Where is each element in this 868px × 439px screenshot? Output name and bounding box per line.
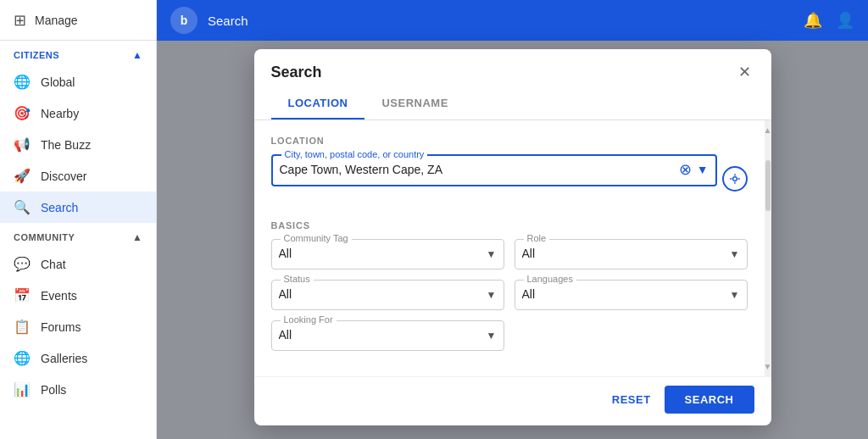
location-dropdown-icon[interactable]: ▼ [697, 163, 709, 176]
sidebar-item-global-label: Global [41, 75, 75, 89]
community-tag-label: Community Tag [281, 233, 352, 243]
sidebar-item-chat-label: Chat [41, 258, 66, 271]
looking-for-select[interactable]: All [279, 325, 497, 345]
content-bg: Search ✕ LOCATION USERNAME LOCATION City… [157, 41, 868, 439]
status-field: Status All ▼ [271, 280, 504, 310]
manage-label: Manage [35, 14, 78, 27]
galleries-icon: 🌐 [14, 350, 31, 366]
status-label: Status [281, 274, 314, 284]
community-tag-select[interactable]: All [279, 243, 497, 264]
looking-for-label: Looking For [281, 314, 337, 325]
citizens-section-header: CITIZENS ▲ [0, 41, 156, 66]
sidebar-item-search-label: Search [41, 201, 78, 214]
location-input[interactable] [280, 159, 679, 180]
basics-section: BASICS Community Tag All ▼ [271, 220, 748, 351]
languages-label: Languages [524, 274, 576, 284]
community-tag-field: Community Tag All ▼ [271, 239, 504, 270]
location-clear-icon[interactable]: ⊗ [679, 160, 692, 179]
tab-location[interactable]: LOCATION [271, 88, 365, 119]
sidebar-item-polls[interactable]: 📊 Polls [0, 374, 156, 405]
svg-point-0 [732, 177, 737, 181]
user-icon[interactable]: 👤 [836, 11, 854, 30]
modal-tabs: LOCATION USERNAME [254, 88, 771, 120]
sidebar-item-discover[interactable]: 🚀 Discover [0, 160, 156, 192]
sidebar-item-buzz[interactable]: 📢 The Buzz [0, 129, 156, 160]
community-title: COMMUNITY [14, 232, 75, 242]
sidebar-item-events[interactable]: 📅 Events [0, 280, 156, 311]
location-field-label: City, town, postal code, or country [281, 149, 428, 159]
role-select[interactable]: All [522, 243, 740, 264]
community-section-header: COMMUNITY ▲ [0, 223, 156, 248]
tab-username[interactable]: USERNAME [364, 88, 465, 119]
dropdowns-row1: Community Tag All ▼ Role All [271, 239, 748, 270]
looking-for-field: Looking For All ▼ [271, 320, 504, 351]
topbar-search-label: Search [208, 14, 248, 28]
sidebar-item-galleries-label: Galleries [41, 352, 87, 365]
search-modal: Search ✕ LOCATION USERNAME LOCATION City… [254, 49, 771, 425]
location-target-button[interactable] [722, 166, 748, 192]
global-icon: 🌐 [14, 74, 31, 90]
dropdowns-row2: Status All ▼ Languages All [271, 280, 748, 310]
sidebar-item-nearby[interactable]: 🎯 Nearby [0, 97, 156, 129]
sidebar-item-global[interactable]: 🌐 Global [0, 66, 156, 97]
reset-button[interactable]: RESET [612, 393, 651, 406]
events-icon: 📅 [14, 287, 31, 303]
sidebar-manage[interactable]: ⊞ Manage [0, 0, 156, 41]
citizens-chevron-icon: ▲ [132, 49, 142, 61]
manage-icon: ⊞ [14, 11, 26, 30]
sidebar-item-events-label: Events [41, 289, 77, 303]
dropdowns-row3: Looking For All ▼ [271, 320, 748, 351]
location-section-label: LOCATION [271, 136, 748, 146]
nearby-icon: 🎯 [14, 105, 31, 121]
topbar: b Search 🔔 👤 [157, 0, 868, 41]
search-button[interactable]: SEARCH [665, 386, 754, 414]
sidebar-item-nearby-label: Nearby [41, 107, 79, 120]
topbar-right: 🔔 👤 [804, 11, 854, 30]
location-field-icons: ⊗ ▼ [679, 160, 709, 179]
polls-icon: 📊 [14, 381, 31, 397]
main-area: b Search 🔔 👤 Search ✕ LOCATION USERNAME [157, 0, 868, 439]
modal-scrollbar-thumb[interactable] [765, 160, 771, 211]
sidebar-item-buzz-label: The Buzz [41, 138, 91, 152]
buzz-icon: 📢 [14, 136, 31, 153]
modal-body: LOCATION City, town, postal code, or cou… [254, 120, 765, 376]
sidebar-item-polls-label: Polls [41, 383, 66, 397]
sidebar-item-chat[interactable]: 💬 Chat [0, 248, 156, 280]
modal-header: Search ✕ [254, 49, 771, 81]
basics-section-label: BASICS [271, 220, 748, 231]
community-chevron-icon: ▲ [132, 231, 142, 243]
modal-scrollbar: ▲ ▼ [765, 120, 771, 376]
sidebar: ⊞ Manage CITIZENS ▲ 🌐 Global 🎯 Nearby 📢 … [0, 0, 157, 439]
bell-icon[interactable]: 🔔 [804, 11, 822, 30]
languages-field: Languages All ▼ [515, 280, 748, 310]
languages-select[interactable]: All [522, 284, 740, 304]
modal-overlay: Search ✕ LOCATION USERNAME LOCATION City… [157, 41, 868, 439]
modal-title: Search [271, 64, 322, 81]
discover-icon: 🚀 [14, 168, 31, 184]
sidebar-item-discover-label: Discover [41, 169, 86, 183]
search-icon: 🔍 [14, 199, 31, 215]
role-label: Role [524, 233, 550, 243]
chat-icon: 💬 [14, 256, 31, 272]
modal-footer: RESET SEARCH [254, 376, 771, 425]
sidebar-item-forums-label: Forums [41, 320, 81, 334]
location-field: City, town, postal code, or country ⊗ ▼ [271, 154, 717, 186]
sidebar-item-forums[interactable]: 📋 Forums [0, 311, 156, 342]
sidebar-item-galleries[interactable]: 🌐 Galleries [0, 342, 156, 374]
status-select[interactable]: All [279, 284, 497, 304]
topbar-logo: b [170, 7, 198, 34]
modal-close-button[interactable]: ✕ [735, 63, 754, 81]
sidebar-item-search[interactable]: 🔍 Search [0, 192, 156, 223]
forums-icon: 📋 [14, 319, 31, 335]
citizens-title: CITIZENS [14, 50, 59, 60]
role-field: Role All ▼ [515, 239, 748, 270]
